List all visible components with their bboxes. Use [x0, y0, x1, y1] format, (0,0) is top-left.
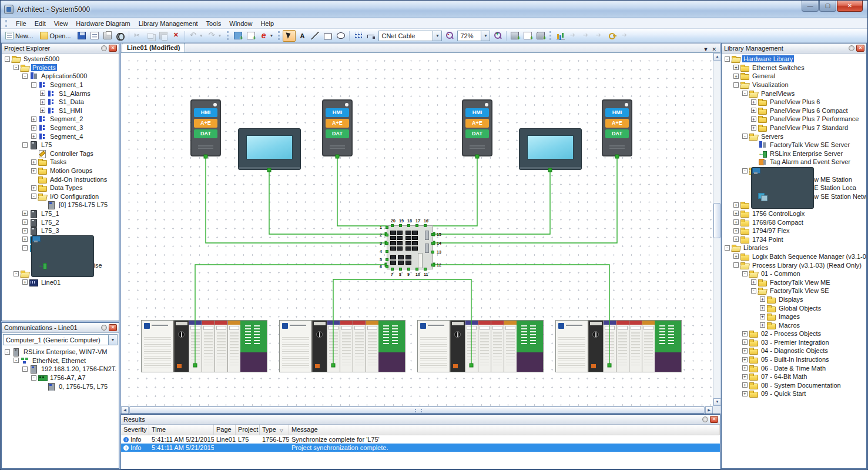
expander-icon[interactable]: + — [760, 305, 765, 311]
undo-button[interactable]: ▼ — [187, 30, 206, 42]
cut-button[interactable] — [131, 30, 144, 42]
node-line01[interactable]: +Line01 — [3, 278, 119, 286]
hmi-server-tower-1[interactable]: HMIA+EDAT — [190, 99, 221, 156]
pin-icon[interactable] — [101, 325, 107, 331]
column-header-page[interactable]: Page — [214, 425, 236, 435]
new-button[interactable]: New... — [3, 30, 38, 42]
pin-icon[interactable] — [849, 45, 854, 51]
lib-logix-batch[interactable]: +Logix Batch Sequence Manager (v3.1-02) — [723, 252, 866, 261]
grid-toggle-button[interactable] — [351, 30, 364, 42]
panelview-terminal-1[interactable] — [238, 128, 301, 170]
column-header-type[interactable]: Type▽ — [260, 425, 289, 435]
node-motion-groups[interactable]: +Motion Groups — [3, 166, 119, 175]
node-l75-2[interactable]: +L75_2 — [3, 218, 119, 226]
line-tool-button[interactable] — [309, 30, 321, 42]
node-1756-a7[interactable]: -1756-A7, A7 — [3, 374, 119, 382]
column-header-severity[interactable]: Severity — [121, 425, 149, 435]
menu-item-file[interactable]: File — [12, 19, 31, 28]
expander-icon[interactable]: + — [742, 348, 748, 354]
lib-1734-point[interactable]: +1734 Point — [723, 235, 866, 244]
node-s1-data[interactable]: +S1_Data — [3, 98, 119, 106]
cable-dropdown-icon[interactable]: ▼ — [433, 31, 441, 41]
rectangle-tool-button[interactable] — [321, 30, 334, 42]
connector-tool-button[interactable] — [364, 30, 377, 42]
select-tool-button[interactable] — [283, 30, 296, 42]
scroll-up-icon[interactable]: ▲ — [713, 53, 721, 61]
expander-icon[interactable]: + — [751, 99, 756, 105]
lib-04-diagnostic-objects[interactable]: +04 - Diagnostic Objects — [723, 346, 866, 355]
node-segment-2[interactable]: +Segment_2 — [3, 115, 119, 124]
maximize-button[interactable]: ▢ — [819, 1, 836, 12]
lib-macros[interactable]: +Macros — [723, 321, 866, 329]
expander-icon[interactable]: + — [733, 228, 739, 234]
expander-icon[interactable]: + — [751, 116, 756, 122]
security-button[interactable] — [606, 30, 619, 42]
lib-01-common[interactable]: -01 - Common — [723, 269, 866, 278]
lib-hardware-library[interactable]: -Hardware Library — [723, 55, 866, 64]
node-1756-l75[interactable]: [0] 1756-L75 L75 — [3, 201, 119, 209]
lib-07-64-bit-math[interactable]: +07 - 64-Bit Math — [723, 372, 866, 381]
cable-type-combobox[interactable]: CNet Cable ▼ — [378, 31, 442, 41]
node-controller-tags[interactable]: Controller Tags — [3, 149, 119, 158]
expander-icon[interactable]: + — [31, 185, 36, 191]
expander-icon[interactable]: - — [22, 245, 28, 251]
expander-icon[interactable]: - — [742, 271, 748, 276]
tab-close-icon[interactable]: ✕ — [712, 46, 716, 52]
column-header-project[interactable]: Project — [236, 425, 260, 435]
panel-close-icon[interactable]: ✕ — [109, 45, 117, 52]
expander-icon[interactable]: + — [733, 202, 739, 208]
node-add-on-instructions[interactable]: Add-On Instructions — [3, 175, 119, 184]
computer-combobox[interactable]: Computer_1 (Generic Computer) ▼ — [3, 334, 118, 345]
hmi-server-tower-4[interactable]: HMIA+EDAT — [602, 99, 632, 156]
menu-item-library-management[interactable]: Library Management — [135, 19, 202, 28]
expander-icon[interactable]: + — [22, 219, 28, 225]
expander-icon[interactable]: + — [733, 254, 739, 259]
expander-icon[interactable]: + — [22, 211, 28, 216]
expander-icon[interactable]: + — [40, 99, 45, 105]
expander-icon[interactable]: - — [5, 349, 10, 355]
lib-general[interactable]: +General — [723, 72, 866, 81]
node-segment-3[interactable]: +Segment_3 — [3, 124, 119, 132]
node-io-configuration[interactable]: -I/O Configuration — [3, 192, 119, 201]
controllogix-rack-1[interactable] — [141, 320, 267, 372]
node-application5000[interactable]: -Application5000 — [3, 72, 119, 81]
toolbar-grip[interactable] — [278, 31, 280, 40]
column-header-message[interactable]: Message — [289, 425, 720, 435]
expander-icon[interactable]: + — [760, 314, 765, 319]
lib-1769-68-compact[interactable]: +1769/68 Compact — [723, 218, 866, 226]
expander-icon[interactable]: + — [40, 108, 45, 113]
hmi-server-tower-3[interactable]: HMIA+EDAT — [462, 99, 492, 156]
reports-button[interactable] — [554, 30, 567, 42]
panelview-terminal-2[interactable] — [519, 128, 582, 170]
lib-09-quick-start[interactable]: +09 - Quick Start — [723, 389, 866, 398]
save-button[interactable] — [75, 30, 88, 42]
node-l75[interactable]: -L75 — [3, 141, 119, 149]
expander-icon[interactable]: - — [14, 65, 19, 70]
node-segment-1[interactable]: -Segment_1 — [3, 81, 119, 89]
expander-icon[interactable]: + — [742, 382, 748, 388]
import-diagram-button[interactable] — [244, 30, 257, 42]
lib-global-objects[interactable]: +Global Objects — [723, 304, 866, 312]
close-button[interactable]: ✕ — [837, 1, 863, 12]
menu-item-edit[interactable]: Edit — [31, 19, 50, 28]
zoom-out-button[interactable]: - — [443, 30, 456, 42]
expander-icon[interactable]: + — [742, 365, 748, 371]
paste-button[interactable] — [157, 30, 170, 42]
node-system5000[interactable]: -System5000 — [3, 55, 119, 64]
expander-icon[interactable]: + — [22, 228, 28, 234]
expander-icon[interactable]: + — [760, 322, 765, 328]
permissions-button[interactable] — [619, 30, 632, 42]
expander-icon[interactable]: + — [733, 219, 739, 225]
panel-close-icon[interactable]: ✕ — [710, 416, 718, 423]
expander-icon[interactable]: + — [751, 125, 756, 131]
verify-button[interactable] — [567, 30, 580, 42]
expander-icon[interactable]: - — [5, 56, 10, 62]
add-device-button[interactable] — [508, 30, 521, 42]
results-row[interactable]: iInfo5:41:11 AM 5/21/2015Line01L751756-L… — [121, 435, 720, 444]
toolbar-grip[interactable] — [549, 31, 552, 40]
expander-icon[interactable]: - — [742, 168, 748, 174]
results-row[interactable]: iInfo5:41:11 AM 5/21/2015Project synchro… — [121, 444, 720, 452]
expander-icon[interactable]: + — [733, 236, 739, 242]
lib-ftview-se-station-local[interactable]: FactoryTalk View SE Station Loca — [723, 184, 866, 192]
expander-icon[interactable]: + — [40, 91, 45, 96]
